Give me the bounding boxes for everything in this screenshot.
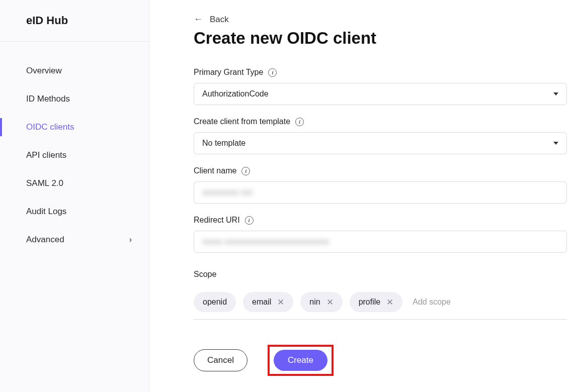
sidebar-item-api-clients[interactable]: API clients: [0, 141, 149, 169]
highlight-box: Create: [268, 345, 334, 376]
brand-title: eID Hub: [0, 0, 149, 42]
template-label: Create client from template: [194, 117, 290, 126]
template-select[interactable]: No template: [194, 132, 567, 154]
nav: Overview ID Methods OIDC clients API cli…: [0, 42, 149, 254]
main-content: ← Back Create new OIDC client Primary Gr…: [149, 0, 577, 392]
redirect-uri-group: Redirect URI i xxxxx xxxxxxxxxxxxxxxxxxx…: [194, 216, 567, 253]
cancel-button[interactable]: Cancel: [194, 349, 248, 371]
grant-type-group: Primary Grant Type i AuthorizationCode: [194, 68, 567, 105]
template-value: No template: [202, 139, 245, 148]
sidebar-item-audit-logs[interactable]: Audit Logs: [0, 198, 149, 226]
back-label: Back: [210, 15, 229, 25]
sidebar-item-label: ID Methods: [26, 94, 70, 104]
scope-chip-email[interactable]: email ✕: [243, 292, 293, 312]
sidebar-item-id-methods[interactable]: ID Methods: [0, 85, 149, 113]
create-label: Create: [288, 355, 313, 365]
chip-label: openid: [203, 298, 227, 307]
sidebar-item-label: Overview: [26, 66, 62, 76]
client-name-group: Client name i xxxxxxxxx xxx: [194, 166, 567, 204]
scope-chip-openid[interactable]: openid: [194, 292, 236, 312]
scope-chip-nin[interactable]: nin ✕: [300, 292, 342, 312]
chevron-right-icon: ›: [129, 235, 132, 244]
sidebar-item-saml[interactable]: SAML 2.0: [0, 169, 149, 198]
redirect-uri-input[interactable]: xxxxx xxxxxxxxxxxxxxxxxxxxxxxxxx: [194, 231, 567, 253]
chip-label: email: [252, 298, 271, 307]
chip-label: profile: [359, 298, 381, 307]
page-title: Create new OIDC client: [194, 29, 567, 48]
scope-chips-row: openid email ✕ nin ✕ profile ✕ Add scope: [194, 285, 567, 320]
redirect-uri-label: Redirect URI: [194, 216, 240, 225]
scope-chip-profile[interactable]: profile ✕: [350, 292, 403, 312]
button-row: Cancel Create: [194, 345, 567, 376]
sidebar-item-oidc-clients[interactable]: OIDC clients: [0, 113, 149, 141]
close-icon[interactable]: ✕: [326, 297, 334, 308]
sidebar-item-advanced[interactable]: Advanced ›: [0, 226, 149, 254]
dropdown-caret-icon: [553, 92, 558, 95]
close-icon[interactable]: ✕: [386, 297, 393, 308]
sidebar: eID Hub Overview ID Methods OIDC clients…: [0, 0, 149, 392]
grant-type-select[interactable]: AuthorizationCode: [194, 83, 567, 105]
redirect-uri-value: xxxxx xxxxxxxxxxxxxxxxxxxxxxxxxx: [202, 237, 329, 246]
chip-label: nin: [309, 298, 320, 307]
sidebar-item-overview[interactable]: Overview: [0, 57, 149, 85]
dropdown-caret-icon: [553, 142, 558, 145]
arrow-left-icon: ←: [194, 14, 203, 25]
scope-group: Scope openid email ✕ nin ✕ profile ✕ Add…: [194, 270, 567, 320]
create-button[interactable]: Create: [274, 350, 327, 371]
sidebar-item-label: SAML 2.0: [26, 178, 63, 188]
grant-type-value: AuthorizationCode: [202, 89, 269, 99]
info-icon[interactable]: i: [241, 167, 250, 175]
info-icon[interactable]: i: [268, 68, 277, 77]
client-name-label: Client name: [194, 166, 236, 175]
cancel-label: Cancel: [207, 355, 234, 365]
info-icon[interactable]: i: [245, 216, 254, 225]
info-icon[interactable]: i: [295, 118, 304, 126]
grant-type-label: Primary Grant Type: [194, 68, 263, 77]
template-group: Create client from template i No templat…: [194, 117, 567, 154]
sidebar-item-label: Audit Logs: [26, 207, 66, 217]
scope-label: Scope: [194, 270, 216, 279]
client-name-value: xxxxxxxxx xxx: [202, 188, 253, 197]
back-link[interactable]: ← Back: [194, 14, 567, 25]
sidebar-item-label: OIDC clients: [26, 122, 74, 132]
client-name-input[interactable]: xxxxxxxxx xxx: [194, 181, 567, 204]
close-icon[interactable]: ✕: [277, 297, 284, 308]
sidebar-item-label: Advanced: [26, 235, 64, 245]
add-scope-input[interactable]: Add scope: [413, 298, 451, 307]
sidebar-item-label: API clients: [26, 150, 66, 160]
